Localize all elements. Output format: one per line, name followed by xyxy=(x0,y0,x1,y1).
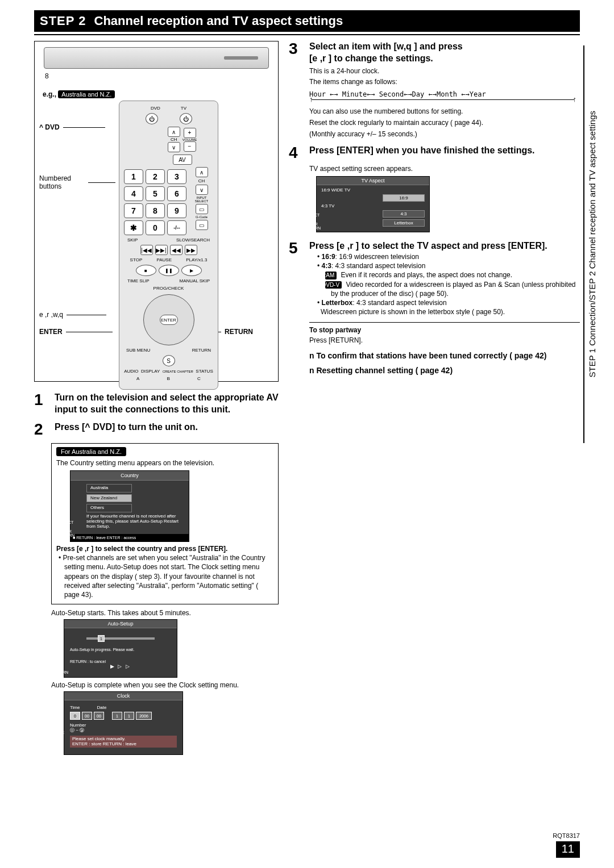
country-newzealand[interactable]: New Zealand xyxy=(86,494,132,503)
clock-year[interactable]: 2006 xyxy=(136,712,152,720)
auto-setup-note1: Auto-Setup in progress. Please wait. xyxy=(70,648,171,652)
step-5-b2b: DVD-V Video recorded for a widescreen is… xyxy=(325,280,580,298)
step-5-b3a: Widescreen picture is shown in the lette… xyxy=(321,307,580,316)
step-5: 5 Press [e ,r ] to select the TV aspect … xyxy=(289,240,580,378)
step-1: 1 Turn on the television and select the … xyxy=(34,392,279,416)
step-3-sub1: This is a 24-hour clock. xyxy=(309,66,580,76)
australia-nz-box: For Australia and N.Z. The Country setti… xyxy=(51,443,279,605)
vol-down-button[interactable]: − xyxy=(184,141,196,152)
num-dash-button[interactable]: -/-- xyxy=(167,220,186,235)
clock-month[interactable]: 1 xyxy=(124,712,134,720)
step-3-head-1: Select an item with [w,q ] and press xyxy=(309,41,580,53)
skip-prev-button[interactable]: |◀◀ xyxy=(140,245,153,255)
press-select-country: Press [e ,r ] to select the country and … xyxy=(56,545,227,553)
autosetup-starts-text: Auto-Setup starts. This takes about 5 mi… xyxy=(51,609,279,617)
ch2-down-button[interactable]: ∨ xyxy=(196,185,208,195)
num-0-button[interactable]: 0 xyxy=(146,220,165,235)
step-4: 4 Press [ENTER] when you have finished t… xyxy=(289,145,580,235)
aspect-opt-letterbox[interactable]: Letterbox xyxy=(383,219,425,227)
step-3-head-2: [e ,r ] to change the settings. xyxy=(309,53,580,65)
clock-hour[interactable]: 0 xyxy=(70,712,80,720)
autosetup-complete-text: Auto-Setup is complete when you see the … xyxy=(51,681,279,689)
aspect-opt-169[interactable]: 16:9 xyxy=(383,194,425,202)
ram-tag: RAM xyxy=(325,272,337,279)
num-star-button[interactable]: ✱ xyxy=(124,220,143,235)
auto-setup-sidectl: ✦ RETURN xyxy=(52,666,68,675)
auto-setup-arrows: ▶ ▷ ▷ xyxy=(70,663,171,669)
clock-sidectl: CHANGE SELECT ✦ ENTER RETURN xyxy=(47,731,64,752)
eg-prefix: e.g., xyxy=(43,90,56,98)
skip-next-button[interactable]: ▶▶| xyxy=(155,245,168,255)
step-3-flow: Hour ←→ Minute←→ Second←→Day ←→Month ←→Y… xyxy=(309,90,580,98)
clock-minute[interactable]: 00 xyxy=(82,712,92,720)
play-button[interactable]: ▶ xyxy=(181,265,202,276)
ffwd-button[interactable]: ▶▶ xyxy=(185,245,197,255)
clock-day[interactable]: 1 xyxy=(112,712,122,720)
step-title: Channel reception and TV aspect settings xyxy=(94,14,343,28)
ch-down-button[interactable]: ∨ xyxy=(168,142,180,152)
aspect-169-label: 16:9 WIDE TV xyxy=(321,187,350,193)
input-select-button[interactable]: ▭ xyxy=(196,204,208,214)
num-3-button[interactable]: 3 xyxy=(167,169,186,184)
aspect-43-label: 4:3 TV xyxy=(321,203,334,208)
country-menu-foot: ■ RETURN : leave ENTER : access xyxy=(70,534,189,541)
eg-line: e.g., Australia and N.Z. xyxy=(43,90,273,98)
step-2-head: Press [^ DVD] to turn the unit on. xyxy=(55,422,279,433)
av-button[interactable]: AV xyxy=(173,155,192,165)
dvd-recorder-illustration xyxy=(44,47,269,69)
pause-button[interactable]: ❚❚ xyxy=(159,265,179,276)
auto-setup-note2: RETURN : to cancel xyxy=(70,660,171,663)
dvdv-tag: DVD-V xyxy=(325,281,342,289)
step-2-number: 2 xyxy=(34,422,51,437)
aspect-opt-43[interactable]: 4:3 xyxy=(383,210,425,218)
num-6-button[interactable]: 6 xyxy=(167,186,186,201)
clock-date-lbl: Date xyxy=(97,705,106,710)
rewind-button[interactable]: ◀◀ xyxy=(170,245,182,255)
clock-second[interactable]: 00 xyxy=(94,712,104,720)
num-7-button[interactable]: 7 xyxy=(124,203,143,218)
step-4-sub: TV aspect setting screen appears. xyxy=(309,164,580,174)
country-menu-intro: The Country setting menu appears on the … xyxy=(56,458,273,468)
region-pill-2: For Australia and N.Z. xyxy=(56,447,126,457)
step-3-number: 3 xyxy=(289,41,306,57)
num-9-button[interactable]: 9 xyxy=(167,203,186,218)
header-rule xyxy=(34,34,580,35)
step-3-sub2: The items change as follows: xyxy=(309,77,580,87)
ch2-up-button[interactable]: ∧ xyxy=(196,167,208,177)
num-1-button[interactable]: 1 xyxy=(124,169,143,184)
gcode-button[interactable]: ▭ xyxy=(196,220,208,230)
ch-up-button[interactable]: ∧ xyxy=(168,127,180,137)
country-menu-sidectl: SELECT ✦ ENTER RETURN xyxy=(58,520,74,538)
stop-button[interactable]: ■ xyxy=(136,265,156,276)
side-tab-text: STEP 1 Connection/STEP 2 Channel recepti… xyxy=(587,111,597,377)
step-5-head: Press [e ,r ] to select the TV aspect an… xyxy=(309,240,580,252)
stop-partway-body: Press [RETURN]. xyxy=(309,336,580,345)
country-bullet: • Pre-set channels are set when you sele… xyxy=(59,553,273,599)
direction-pad[interactable]: ENTER xyxy=(143,294,194,345)
page-footer: RQT8317 11 xyxy=(553,832,580,858)
doc-code: RQT8317 xyxy=(553,832,580,839)
tv-aspect-menu: TV Aspect 16:9 WIDE TV 16:9 4:3 TV 4:3 xyxy=(316,176,430,232)
country-others[interactable]: Others xyxy=(86,504,132,512)
num-5-button[interactable]: 5 xyxy=(146,186,165,201)
country-australia[interactable]: Australia xyxy=(86,484,132,493)
num-4-button[interactable]: 4 xyxy=(124,186,143,201)
step-3-sub3: You can also use the numbered buttons fo… xyxy=(309,107,580,116)
auto-setup-progress: 1 xyxy=(98,635,105,642)
number-pad: 1 2 3 4 5 6 7 8 9 ✱ 0 -/-- xyxy=(124,169,186,235)
power-tv-button[interactable]: ⏻ xyxy=(180,113,192,124)
ref-confirm-stations: n To confirm that stations have been tun… xyxy=(309,351,580,360)
num-2-button[interactable]: 2 xyxy=(146,169,165,184)
page-title-bar: STEP 2 Channel reception and TV aspect s… xyxy=(34,10,580,32)
clock-msg: Please set clock manually. ENTER : store… xyxy=(70,736,177,748)
step-5-rule xyxy=(309,322,580,323)
auto-setup-menu: Auto-Setup 1 Auto-Setup in progress. Ple… xyxy=(64,619,177,678)
vol-up-button[interactable]: + xyxy=(184,128,196,138)
s-button[interactable]: S xyxy=(163,355,175,366)
num-8-button[interactable]: 8 xyxy=(146,203,165,218)
power-dvd-button[interactable]: ⏻ xyxy=(146,113,158,124)
enter-button[interactable]: ENTER xyxy=(160,315,178,325)
step-5-b2: • 4:3: 4:3 standard aspect television xyxy=(317,261,580,270)
step-1-head: Turn on the television and select the ap… xyxy=(55,392,279,416)
step-3-sub5: (Monthly accuracy +/– 15 seconds.) xyxy=(309,130,580,139)
